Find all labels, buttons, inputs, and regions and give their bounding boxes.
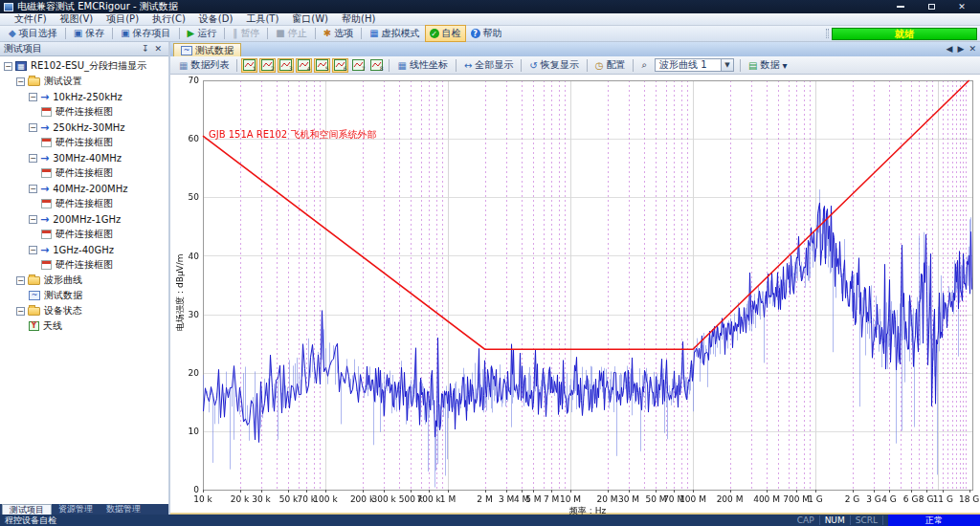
curve-toggle-number: 8 xyxy=(380,65,384,72)
tree-expander[interactable]: − xyxy=(29,123,37,132)
tree-item[interactable]: ~测试数据 xyxy=(0,288,168,303)
status-bar: 程控设备自检 CAPNUMSCRL 正常 xyxy=(0,515,980,526)
save-project-icon: ▣ xyxy=(121,29,129,38)
chart-area: 01020304050607010 k20 k30 k50 k70 k100 k… xyxy=(170,75,980,513)
x-tick-label: 4 G xyxy=(881,494,897,504)
tree-item[interactable]: −→250kHz-30MHz xyxy=(0,120,168,135)
toolbar-button[interactable]: ▶运行 xyxy=(183,25,222,42)
close-button[interactable]: ✕ xyxy=(953,2,970,11)
chart-toolbar-button[interactable]: ▦线性坐标 xyxy=(392,56,452,74)
chart-toolbar-button[interactable]: ◷配置 xyxy=(590,56,631,74)
chart-toolbar-button[interactable]: ↺恢复显示 xyxy=(524,56,583,74)
tree-item[interactable]: 硬件连接框图 xyxy=(0,135,168,150)
menu-item[interactable]: 帮助(H) xyxy=(335,12,382,26)
curve-toggle-number: 3 xyxy=(289,65,293,72)
sidebar-tab[interactable]: 数据管理 xyxy=(100,504,147,515)
tree-expander[interactable]: − xyxy=(16,307,25,316)
menu-item[interactable]: 视图(V) xyxy=(54,12,100,26)
tree-item[interactable]: 硬件连接框图 xyxy=(0,104,168,120)
tree-expander[interactable]: − xyxy=(29,93,37,101)
curve-toggle-6[interactable]: 6 xyxy=(332,58,348,73)
tree-item[interactable]: −设备状态 xyxy=(0,303,168,318)
toolbar-button[interactable]: ✓自检 xyxy=(425,25,466,42)
pin-icon[interactable]: ↧ xyxy=(139,44,152,54)
x-tick-label: 30 M xyxy=(618,494,639,504)
y-tick-label: 70 xyxy=(178,76,199,85)
search-button[interactable]: ⌕ xyxy=(636,57,652,73)
tab-close-icon[interactable]: ✕ xyxy=(969,44,976,54)
tree-item[interactable]: −→200MHz-1GHz xyxy=(0,211,168,227)
toolbar-button[interactable]: ‖暂停 xyxy=(228,25,264,42)
restore-button[interactable] xyxy=(923,2,940,11)
y-tick-label: 60 xyxy=(178,134,199,143)
menu-item[interactable]: 设备(D) xyxy=(192,12,240,26)
tab-scroll-left-icon[interactable]: ◀ xyxy=(947,44,953,54)
tree-item[interactable]: −▦RE102-ESU_分段扫描显示 xyxy=(0,58,168,74)
tab-scroll-right-icon[interactable]: ▶ xyxy=(958,44,965,54)
minimize-button[interactable] xyxy=(892,2,909,11)
tree-item[interactable]: 硬件连接框图 xyxy=(0,257,168,273)
data-menu-button[interactable]: ▤数据▾ xyxy=(744,56,791,74)
menu-item[interactable]: 文件(F) xyxy=(8,12,54,26)
toolbar-button[interactable]: ■停止 xyxy=(271,25,311,42)
tree-item[interactable]: −→40MHz-200MHz xyxy=(0,181,168,196)
tab-test-data[interactable]: ~ 测试数据 xyxy=(173,43,241,56)
tree-expander[interactable]: − xyxy=(29,246,37,254)
restore-view-icon: ↺ xyxy=(529,60,537,71)
tree-item[interactable]: −波形曲线 xyxy=(0,273,168,288)
tree-item[interactable]: −测试设置 xyxy=(0,74,168,89)
data-list-button[interactable]: ▦数据列表 xyxy=(174,56,234,74)
toolbar-button[interactable]: ✱选项 xyxy=(319,25,358,42)
tree-item[interactable]: −→10kHz-250kHz xyxy=(0,89,168,104)
curve-toggle-5[interactable]: 5 xyxy=(314,58,330,73)
chart-toolbar-button[interactable]: ↔全部显示 xyxy=(459,56,518,74)
tree-item[interactable]: −→1GHz-40GHz xyxy=(0,242,168,257)
tree-item[interactable]: 硬件连接框图 xyxy=(0,227,168,242)
toolbar-button-label: 停止 xyxy=(288,27,307,40)
segment-arrow-icon: → xyxy=(40,213,49,226)
menu-item[interactable]: 工具(T) xyxy=(239,12,285,26)
tree-expander[interactable]: − xyxy=(29,185,37,193)
sidebar-tab[interactable]: 资源管理 xyxy=(52,504,100,515)
panel-header: 测试项目 ↧ ✕ xyxy=(0,42,168,56)
close-panel-icon[interactable]: ✕ xyxy=(151,44,165,54)
key-indicator-scrl: SCRL xyxy=(851,515,883,525)
curve-toggle-4[interactable]: 4 xyxy=(296,58,312,73)
chevron-down-icon[interactable]: ▼ xyxy=(721,59,733,71)
project-icon: ▦ xyxy=(15,61,27,71)
hardware-diagram-icon xyxy=(41,230,52,239)
menu-item[interactable]: 项目(P) xyxy=(100,12,145,26)
tree-expander[interactable]: − xyxy=(16,276,25,285)
menu-item[interactable]: 窗口(W) xyxy=(285,12,335,26)
tree-item-label: 硬件连接框图 xyxy=(56,197,113,210)
curve-toggle-2[interactable]: 2 xyxy=(259,58,276,73)
sidebar-tab[interactable]: 测试项目 xyxy=(2,504,52,515)
curve-toggle-3[interactable]: 3 xyxy=(278,58,294,73)
toolbar-button[interactable]: ?帮助 xyxy=(466,25,507,42)
tree-item[interactable]: 硬件连接框图 xyxy=(0,196,168,211)
tree-expander[interactable]: − xyxy=(16,77,25,86)
toolbar-button[interactable]: ▦虚拟模式 xyxy=(365,25,424,42)
toolbar-button[interactable]: ◆项目选择 xyxy=(4,25,62,42)
tree-item[interactable]: 硬件连接框图 xyxy=(0,165,168,181)
toolbar-separator xyxy=(112,28,113,39)
x-tick-label: 2 G xyxy=(845,494,860,504)
antenna-icon: Y xyxy=(29,321,39,331)
curve-toggle-7[interactable]: 7 xyxy=(350,58,367,73)
tree-expander[interactable]: − xyxy=(29,215,37,224)
curve-toggle-1[interactable]: 1 xyxy=(241,58,257,73)
curve-select[interactable]: 波形曲线 1▼ xyxy=(655,58,734,72)
toolbar-button[interactable]: ▣保存 xyxy=(69,25,109,42)
project-select-icon: ◆ xyxy=(9,29,16,38)
y-axis-title: 电场强度：dBμV/m xyxy=(174,254,187,332)
tree-expander[interactable]: − xyxy=(29,154,37,163)
menu-item[interactable]: 执行(C) xyxy=(145,12,192,26)
tree-item[interactable]: Y天线 xyxy=(0,318,168,334)
tree-item-label: 30MHz-40MHz xyxy=(53,153,122,164)
curve-toggle-8[interactable]: 8 xyxy=(368,58,385,73)
tree-item-label: 波形曲线 xyxy=(44,274,82,287)
toolbar-button[interactable]: ▣保存项目 xyxy=(116,25,175,42)
tree-expander[interactable]: − xyxy=(4,62,12,71)
tree-item[interactable]: −→30MHz-40MHz xyxy=(0,150,168,165)
hardware-diagram-icon xyxy=(41,168,52,178)
